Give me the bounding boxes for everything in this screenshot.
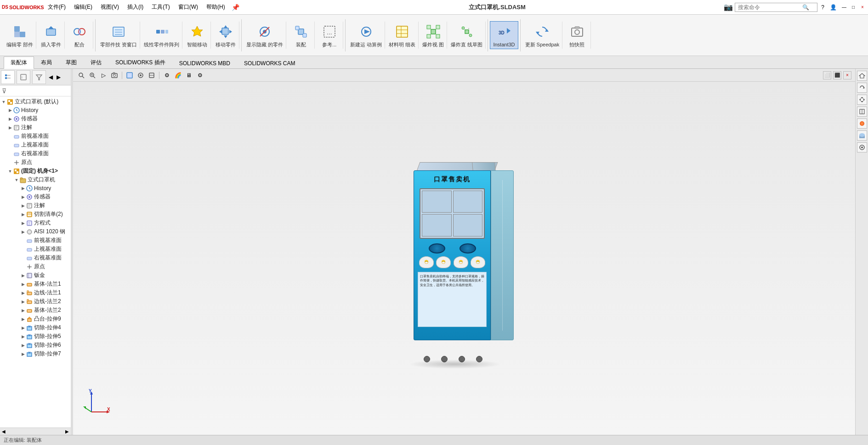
tree-item-sensor1[interactable]: ▶ 传感器: [0, 114, 71, 123]
tree-item-base-flange1[interactable]: ▶ 基体-法兰1: [0, 280, 71, 288]
lp-tab-tree[interactable]: [1, 70, 15, 84]
tree-arrow-sensor1[interactable]: ▶: [7, 116, 13, 122]
menu-view[interactable]: 视图(V): [97, 2, 123, 12]
tree-arrow-equation[interactable]: ▶: [20, 220, 26, 226]
tab-assemble[interactable]: 装配体: [4, 56, 34, 69]
lp-tab-next[interactable]: ▶: [55, 72, 62, 82]
close-button[interactable]: ×: [859, 4, 866, 11]
tree-arrow-edge-flange1[interactable]: ▶: [20, 290, 26, 296]
view-tb-monitor[interactable]: 🖥: [184, 71, 193, 80]
tree-item-material[interactable]: ▶ AISI 1020 钢: [0, 227, 71, 236]
toolbar-snapshot[interactable]: 拍快照: [563, 22, 591, 49]
view-tb-display-style[interactable]: [125, 71, 134, 80]
search-input[interactable]: [738, 4, 802, 11]
tree-item-right-plane2[interactable]: 右视基准面: [0, 253, 71, 262]
tree-arrow-body1[interactable]: ▼: [7, 169, 13, 174]
view-tb-settings[interactable]: ⚙: [162, 71, 171, 80]
tree-arrow-root[interactable]: ▼: [1, 99, 6, 105]
rp-btn-section[interactable]: [857, 107, 867, 117]
search-icon[interactable]: 🔍: [802, 4, 809, 11]
toolbar-show-hide[interactable]: 显示隐藏 的零件: [244, 22, 286, 49]
viewport-3d[interactable]: 口罩售卖机 😷 �: [73, 82, 855, 435]
toolbar-update[interactable]: 更新 Speedpak: [522, 22, 563, 49]
tab-sketch[interactable]: 草图: [59, 56, 84, 68]
tree-item-note2[interactable]: ▶ 注解: [0, 201, 71, 210]
tree-item-cut-extrude7[interactable]: ▶ 切除-拉伸7: [0, 349, 71, 358]
tree-arrow-history1[interactable]: ▶: [7, 107, 13, 113]
toolbar-smart-move[interactable]: 智能移动: [183, 22, 211, 49]
tab-sw-plugins[interactable]: SOLIDWORKS 插件: [108, 56, 172, 68]
tree-item-cutlist[interactable]: ▶ 切割清单(2): [0, 210, 71, 219]
tree-item-origin1[interactable]: 原点: [0, 158, 71, 167]
view-tb-zoom-fit[interactable]: [77, 71, 86, 80]
tree-item-cut-extrude6[interactable]: ▶ 切除-拉伸6: [0, 341, 71, 349]
tree-item-boss-extrude9[interactable]: ▶ 凸台-拉伸9: [0, 315, 71, 323]
tree-arrow-history2[interactable]: ▶: [20, 186, 26, 191]
tree-item-edge-flange2[interactable]: ▶ 边线-法兰2: [0, 297, 71, 306]
tree-arrow-cut-extrude5[interactable]: ▶: [20, 334, 26, 339]
rp-btn-home[interactable]: [857, 71, 867, 81]
tree-arrow-cutlist[interactable]: ▶: [20, 212, 26, 217]
toolbar-linear-array[interactable]: 线性零件件阵列: [141, 22, 182, 49]
menu-tools[interactable]: 工具(T): [148, 2, 173, 12]
tree-arrow-lzkzj[interactable]: ▼: [14, 177, 19, 183]
tree-item-right-plane[interactable]: 右视基准面: [0, 149, 71, 158]
view-tb-wireframe[interactable]: [147, 71, 156, 80]
tree-arrow-cut-extrude4[interactable]: ▶: [20, 325, 26, 331]
menu-pin[interactable]: 📌: [230, 4, 241, 11]
tree-arrow-cut-extrude7[interactable]: ▶: [20, 351, 26, 357]
tree-item-sheet[interactable]: ▶ 钣金: [0, 271, 71, 280]
view-tb-prev-view[interactable]: ▷: [99, 71, 108, 80]
toolbar-explode[interactable]: 装配: [287, 22, 315, 49]
maximize-button[interactable]: □: [850, 4, 857, 11]
rp-btn-rotate[interactable]: [857, 83, 867, 93]
tree-item-body1[interactable]: ▼ (固定) 机身<1>: [0, 167, 71, 175]
toolbar-instant3d[interactable]: 3D Instant3D: [490, 21, 518, 49]
tree-arrow-cut-extrude6[interactable]: ▶: [20, 343, 26, 348]
rp-btn-realview[interactable]: [857, 142, 867, 152]
toolbar-ref[interactable]: ... 参考...: [316, 22, 343, 49]
tree-item-equation[interactable]: ▶ ∑ 方程式: [0, 219, 71, 227]
tree-scrollbar[interactable]: ◀ ▶: [0, 428, 71, 435]
tree-arrow-base-flange1[interactable]: ▶: [20, 282, 26, 287]
toolbar-insert-part[interactable]: 插入零件: [37, 22, 65, 49]
tab-layout[interactable]: 布局: [34, 56, 59, 68]
scroll-left[interactable]: ◀: [2, 429, 6, 434]
menu-file[interactable]: 文件(F): [44, 2, 69, 12]
toolbar-move-part[interactable]: 移动零件: [212, 22, 239, 49]
tree-item-cut-extrude4[interactable]: ▶ 切除-拉伸4: [0, 323, 71, 332]
minimize-button[interactable]: —: [840, 4, 848, 11]
tree-item-cut-extrude5[interactable]: ▶ 切除-拉伸5: [0, 332, 71, 341]
tree-item-history2[interactable]: ▶ History: [0, 184, 71, 192]
tree-arrow-boss-extrude9[interactable]: ▶: [20, 316, 26, 322]
view-tb-camera[interactable]: [110, 71, 119, 80]
toolbar-assemble[interactable]: 编辑零 部件: [4, 22, 36, 49]
tree-arrow-base-flange2[interactable]: ▶: [20, 308, 26, 313]
menu-help[interactable]: 帮助(H): [203, 2, 229, 12]
tree-item-front-plane2[interactable]: 前视基准面: [0, 236, 71, 245]
tree-item-front-plane[interactable]: 前视基准面: [0, 132, 71, 141]
toolbar-new-motion[interactable]: 新建运 动算例: [347, 22, 385, 49]
view-tb-zoom-select[interactable]: [88, 71, 97, 80]
tab-sw-cam[interactable]: SOLIDWORKS CAM: [237, 58, 302, 68]
tree-item-sensor2[interactable]: ▶ 传感器: [0, 192, 71, 201]
tree-item-top-plane2[interactable]: 上视基准面: [0, 245, 71, 253]
tree-item-root[interactable]: ▼ 立式口罩机 (默认): [0, 97, 71, 106]
view-tb-gear2[interactable]: ⚙: [195, 71, 204, 80]
rp-btn-appearance[interactable]: [857, 118, 867, 129]
toolbar-parts-list[interactable]: 零部件技 资窗口: [97, 22, 140, 49]
tree-item-lzkzj[interactable]: ▼ 立式口罩机: [0, 175, 71, 184]
view-restore-btn[interactable]: ⬜: [823, 71, 831, 79]
tree-arrow-sensor2[interactable]: ▶: [20, 194, 26, 200]
lp-tab-filter[interactable]: [32, 70, 46, 84]
menu-window[interactable]: 窗口(W): [175, 2, 202, 12]
tree-arrow-note1[interactable]: ▶: [7, 125, 13, 130]
lp-tab-properties[interactable]: i: [17, 70, 30, 84]
tree-arrow-edge-flange2[interactable]: ▶: [20, 299, 26, 304]
menu-insert[interactable]: 插入(I): [124, 2, 147, 12]
rp-btn-scene[interactable]: [857, 130, 867, 141]
lp-tab-prev[interactable]: ◀: [47, 72, 55, 82]
tree-arrow-material[interactable]: ▶: [20, 229, 26, 235]
user-icon[interactable]: 👤: [828, 4, 839, 11]
tree-arrow-sheet[interactable]: ▶: [20, 273, 26, 278]
